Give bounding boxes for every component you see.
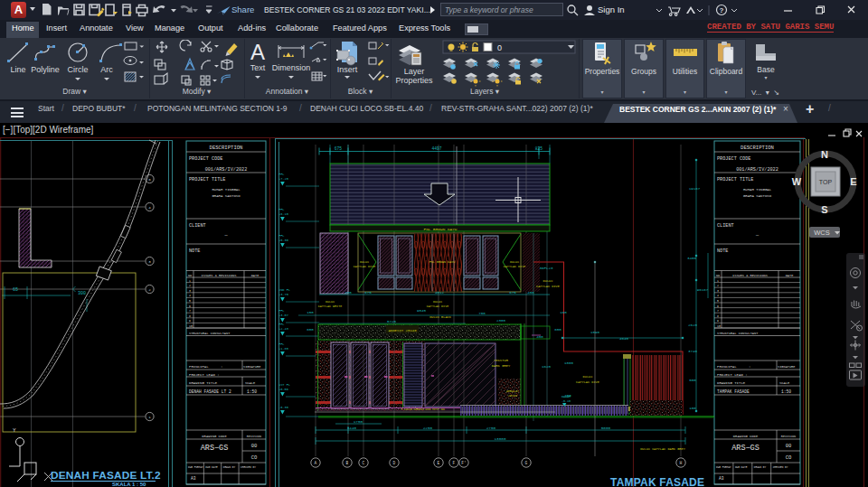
- svg-text:E: E: [438, 461, 440, 465]
- svg-text:PRINCIPAL: PRINCIPAL: [189, 365, 209, 369]
- svg-text:S: S: [821, 204, 827, 215]
- svg-text:DESCRIPTION: DESCRIPTION: [210, 145, 243, 151]
- svg-text:DENAH FASADE LT.2: DENAH FASADE LT.2: [51, 469, 161, 482]
- svg-text:B: B: [346, 461, 349, 465]
- svg-text:+2.43: +2.43: [278, 327, 288, 331]
- svg-text:CATYLAC DIVE: CATYLAC DIVE: [536, 285, 560, 288]
- svg-text:DRAWING TITLE: DRAWING TITLE: [189, 381, 218, 385]
- svg-text:NO: NO: [716, 274, 720, 277]
- svg-text:+3.70: +3.70: [278, 293, 288, 296]
- svg-text:20X40: 20X40: [508, 394, 517, 398]
- svg-text:1ST FL: 1ST FL: [278, 383, 290, 387]
- svg-text:36FL23: 36FL23: [539, 267, 553, 270]
- svg-text:9: 9: [189, 319, 191, 323]
- svg-text:13000: 13000: [494, 436, 506, 441]
- svg-text:675: 675: [364, 291, 372, 295]
- svg-text:A: A: [315, 461, 317, 465]
- svg-text:?: ?: [720, 6, 724, 14]
- svg-text:4: 4: [189, 294, 191, 297]
- svg-text:A3: A3: [719, 476, 724, 481]
- svg-text:FNL BROWN KAYU: FNL BROWN KAYU: [429, 260, 456, 264]
- svg-text:450: 450: [344, 291, 352, 295]
- svg-text:DAWAH: DAWAH: [561, 395, 571, 398]
- svg-text:GRAHA SANTOSO: GRAHA SANTOSO: [212, 194, 241, 198]
- svg-text:96167: 96167: [697, 288, 709, 292]
- svg-text:400: 400: [536, 335, 543, 339]
- svg-text:Properties: Properties: [395, 76, 433, 85]
- svg-text:500: 500: [689, 379, 696, 382]
- svg-text:TAMPAK FASADE: TAMPAK FASADE: [610, 476, 704, 487]
- svg-text:001/ARS/IV/2022: 001/ARS/IV/2022: [736, 167, 778, 173]
- svg-text:1620: 1620: [542, 365, 552, 369]
- svg-text:G: G: [525, 461, 528, 465]
- svg-text:4812: 4812: [435, 291, 445, 295]
- svg-text:700: 700: [478, 312, 486, 315]
- svg-text:STRUKTURAL CONSULTANT: STRUKTURAL CONSULTANT: [717, 332, 759, 335]
- svg-text:ISSUES & REVISIONS: ISSUES & REVISIONS: [202, 274, 237, 277]
- svg-text:C: C: [363, 461, 365, 465]
- svg-text:RUMAH TINGGAL: RUMAH TINGGAL: [743, 188, 772, 192]
- svg-text:600: 600: [307, 328, 314, 332]
- svg-text:DULUX: DULUX: [360, 260, 369, 264]
- svg-text:NOTE: NOTE: [717, 248, 728, 254]
- svg-text:DATE: DATE: [786, 274, 794, 277]
- svg-text:REVISION: REVISION: [781, 435, 796, 438]
- svg-text:CATYLAC WHITE: CATYLAC WHITE: [318, 304, 342, 308]
- svg-text:E: E: [850, 176, 856, 187]
- svg-text:FNL BROWN KAYU: FNL BROWN KAYU: [424, 227, 458, 231]
- svg-text:DRAWN BY: DRAWN BY: [754, 466, 767, 469]
- svg-text:+5.30: +5.30: [278, 239, 288, 242]
- svg-text:1:50: 1:50: [247, 389, 257, 394]
- svg-text:6: 6: [189, 304, 191, 308]
- svg-text:PROJECT CODE: PROJECT CODE: [717, 156, 750, 162]
- svg-text:1800: 1800: [564, 361, 574, 365]
- svg-text:1: 1: [717, 279, 719, 283]
- svg-text:DWG DATE: DWG DATE: [205, 466, 218, 469]
- svg-text:F: F: [453, 461, 456, 465]
- svg-text::: :: [221, 365, 222, 369]
- svg-text:[−][Top][2D Wireframe]: [−][Top][2D Wireframe]: [3, 125, 94, 135]
- svg-text:FFL: FFL: [278, 208, 284, 211]
- svg-text:8: 8: [717, 314, 719, 318]
- svg-text:+3.07: +3.07: [278, 314, 288, 317]
- svg-text:Circle: Circle: [67, 65, 88, 74]
- svg-text:D: D: [393, 461, 396, 465]
- svg-text:CLIENT: CLIENT: [717, 223, 734, 229]
- svg-text:DATE: DATE: [251, 274, 259, 277]
- svg-text:FFL: FFL: [278, 309, 284, 313]
- svg-text:1: 1: [189, 279, 191, 283]
- svg-text:DWG FORMAT: DWG FORMAT: [188, 466, 203, 469]
- svg-text:450: 450: [527, 291, 534, 295]
- svg-text:7: 7: [717, 309, 719, 313]
- svg-text:Polyline: Polyline: [31, 65, 60, 74]
- svg-text:DULUX: DULUX: [543, 279, 554, 283]
- svg-text:H: H: [680, 461, 683, 465]
- svg-text:ARS−GS: ARS−GS: [201, 444, 229, 453]
- svg-text:TOP: TOP: [819, 179, 833, 185]
- svg-text::: :: [749, 365, 750, 369]
- svg-text:00: 00: [251, 443, 258, 449]
- svg-text:PROJECT LEAD :: PROJECT LEAD :: [717, 373, 748, 377]
- svg-text:CHECKED BY: CHECKED BY: [773, 466, 788, 469]
- svg-text:Line: Line: [10, 65, 25, 74]
- svg-text:Text: Text: [250, 63, 266, 72]
- svg-text:DENAH FASADE LT 2: DENAH FASADE LT 2: [189, 389, 231, 394]
- svg-text:1:50: 1:50: [781, 389, 791, 394]
- svg-text:RUMAH TINGGAL: RUMAH TINGGAL: [212, 188, 241, 192]
- svg-text:DRAWING CODE: DRAWING CODE: [733, 435, 759, 438]
- svg-text:300: 300: [78, 291, 86, 296]
- svg-text:DULUX: DULUX: [326, 300, 335, 304]
- svg-text:DWG DATE: DWG DATE: [735, 466, 748, 469]
- svg-text:DARK GREY: DARK GREY: [492, 364, 511, 368]
- svg-text:001/ARS/IV/2022: 001/ARS/IV/2022: [205, 167, 248, 173]
- svg-text:Arc: Arc: [100, 65, 113, 74]
- svg-text:SIGNATURE: SIGNATURE: [243, 365, 260, 369]
- svg-text:FFL: FFL: [278, 173, 284, 176]
- svg-text:9: 9: [717, 319, 719, 323]
- svg-text:100: 100: [689, 407, 696, 410]
- svg-text:SCALE: SCALE: [245, 381, 256, 385]
- svg-text:5000: 5000: [601, 426, 611, 430]
- svg-text:WCS: WCS: [814, 229, 830, 237]
- svg-text:CATYLAC DIVE: CATYLAC DIVE: [354, 265, 375, 268]
- svg-text:3: 3: [189, 289, 191, 293]
